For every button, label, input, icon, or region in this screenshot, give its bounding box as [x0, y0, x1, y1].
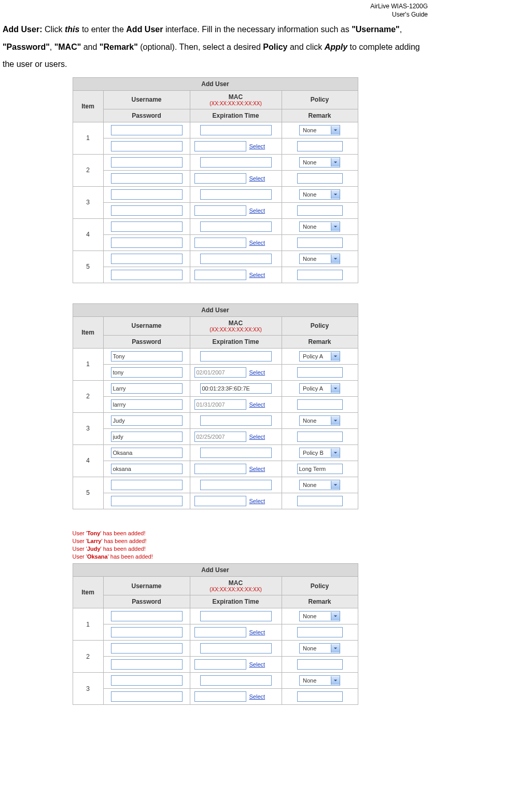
- expiration-input[interactable]: [194, 432, 246, 442]
- remark-input[interactable]: [297, 173, 343, 184]
- expiration-input[interactable]: [194, 659, 246, 670]
- dropdown-button[interactable]: [331, 352, 340, 360]
- policy-select[interactable]: None: [299, 189, 340, 200]
- mac-input[interactable]: [200, 415, 272, 426]
- mac-input[interactable]: [200, 189, 272, 200]
- remark-input[interactable]: [297, 659, 343, 670]
- expiration-input[interactable]: [194, 205, 246, 216]
- username-input[interactable]: [111, 643, 183, 654]
- remark-input[interactable]: [297, 464, 343, 474]
- expiration-input[interactable]: [194, 270, 246, 280]
- dropdown-button[interactable]: [331, 644, 340, 652]
- mac-input[interactable]: [200, 448, 272, 458]
- expiration-input[interactable]: [194, 496, 246, 506]
- dropdown-button[interactable]: [331, 676, 340, 685]
- dropdown-button[interactable]: [331, 158, 340, 166]
- expiration-input[interactable]: [194, 691, 246, 702]
- select-date-link[interactable]: Select: [249, 143, 265, 149]
- password-input[interactable]: [111, 432, 183, 442]
- select-date-link[interactable]: Select: [249, 693, 265, 700]
- expiration-input[interactable]: [194, 399, 246, 410]
- password-input[interactable]: [111, 464, 183, 474]
- dropdown-button[interactable]: [331, 126, 340, 134]
- mac-input[interactable]: [200, 125, 272, 135]
- expiration-input[interactable]: [194, 141, 246, 151]
- dropdown-button[interactable]: [331, 223, 340, 231]
- mac-input[interactable]: [200, 611, 272, 621]
- select-date-link[interactable]: Select: [249, 434, 265, 440]
- mac-input[interactable]: [200, 480, 272, 490]
- select-date-link[interactable]: Select: [249, 629, 265, 635]
- select-date-link[interactable]: Select: [249, 272, 265, 278]
- expiration-input[interactable]: [194, 464, 246, 474]
- dropdown-button[interactable]: [331, 190, 340, 199]
- remark-input[interactable]: [297, 627, 343, 637]
- select-date-link[interactable]: Select: [249, 661, 265, 668]
- policy-select[interactable]: None: [299, 221, 340, 232]
- remark-input[interactable]: [297, 141, 343, 151]
- mac-input[interactable]: [200, 643, 272, 654]
- remark-input[interactable]: [297, 432, 343, 442]
- select-date-link[interactable]: Select: [249, 175, 265, 182]
- username-input[interactable]: [111, 351, 183, 362]
- remark-input[interactable]: [297, 399, 343, 410]
- policy-select[interactable]: Policy A: [299, 383, 340, 394]
- select-date-link[interactable]: Select: [249, 369, 265, 376]
- username-input[interactable]: [111, 221, 183, 232]
- expiration-input[interactable]: [194, 238, 246, 248]
- dropdown-button[interactable]: [331, 255, 340, 263]
- password-input[interactable]: [111, 659, 183, 670]
- username-input[interactable]: [111, 675, 183, 686]
- username-input[interactable]: [111, 125, 183, 135]
- username-input[interactable]: [111, 480, 183, 490]
- mac-input[interactable]: [200, 675, 272, 686]
- dropdown-button[interactable]: [331, 612, 340, 620]
- mac-input[interactable]: [200, 383, 272, 394]
- dropdown-button[interactable]: [331, 416, 340, 425]
- select-date-link[interactable]: Select: [249, 207, 265, 214]
- remark-input[interactable]: [297, 270, 343, 280]
- password-input[interactable]: [111, 205, 183, 216]
- select-date-link[interactable]: Select: [249, 401, 265, 408]
- policy-select[interactable]: None: [299, 675, 340, 686]
- mac-input[interactable]: [200, 351, 272, 362]
- remark-input[interactable]: [297, 205, 343, 216]
- username-input[interactable]: [111, 611, 183, 621]
- select-date-link[interactable]: Select: [249, 466, 265, 472]
- password-input[interactable]: [111, 238, 183, 248]
- password-input[interactable]: [111, 496, 183, 506]
- username-input[interactable]: [111, 189, 183, 200]
- policy-select[interactable]: None: [299, 643, 340, 654]
- mac-input[interactable]: [200, 157, 272, 168]
- password-input[interactable]: [111, 173, 183, 184]
- username-input[interactable]: [111, 415, 183, 426]
- policy-select[interactable]: None: [299, 611, 340, 621]
- password-input[interactable]: [111, 627, 183, 637]
- select-date-link[interactable]: Select: [249, 240, 265, 246]
- remark-input[interactable]: [297, 691, 343, 702]
- password-input[interactable]: [111, 367, 183, 378]
- policy-select[interactable]: None: [299, 480, 340, 490]
- dropdown-button[interactable]: [331, 481, 340, 489]
- policy-select[interactable]: Policy B: [299, 448, 340, 458]
- policy-select[interactable]: None: [299, 125, 340, 135]
- dropdown-button[interactable]: [331, 449, 340, 457]
- remark-input[interactable]: [297, 496, 343, 506]
- password-input[interactable]: [111, 270, 183, 280]
- password-input[interactable]: [111, 691, 183, 702]
- username-input[interactable]: [111, 448, 183, 458]
- expiration-input[interactable]: [194, 173, 246, 184]
- mac-input[interactable]: [200, 254, 272, 264]
- policy-select[interactable]: None: [299, 157, 340, 168]
- remark-input[interactable]: [297, 238, 343, 248]
- policy-select[interactable]: None: [299, 415, 340, 426]
- mac-input[interactable]: [200, 221, 272, 232]
- username-input[interactable]: [111, 157, 183, 168]
- username-input[interactable]: [111, 383, 183, 394]
- expiration-input[interactable]: [194, 367, 246, 378]
- expiration-input[interactable]: [194, 627, 246, 637]
- password-input[interactable]: [111, 399, 183, 410]
- dropdown-button[interactable]: [331, 384, 340, 393]
- select-date-link[interactable]: Select: [249, 498, 265, 504]
- username-input[interactable]: [111, 254, 183, 264]
